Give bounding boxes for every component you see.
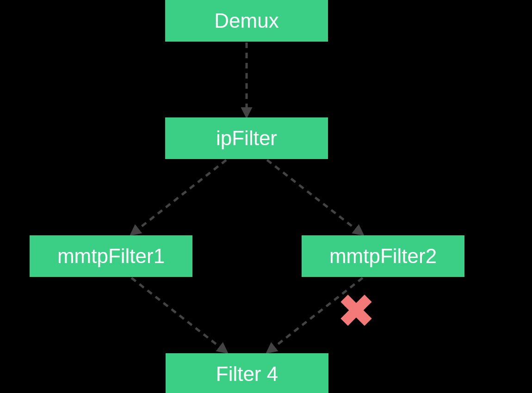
- node-ipfilter: ipFilter: [165, 117, 328, 159]
- node-label: mmtpFilter2: [329, 245, 437, 268]
- node-label: ipFilter: [216, 127, 277, 150]
- node-label: Filter 4: [216, 362, 278, 386]
- node-label: Demux: [214, 9, 278, 32]
- diagram-container: Demux ipFilter mmtpFilter1 mmtpFilter2 F…: [0, 0, 532, 393]
- node-mmtpfilter2: mmtpFilter2: [302, 235, 464, 277]
- edge-layer: [0, 0, 532, 393]
- edge-ipFilter-to-mmtpFilter1: [131, 160, 226, 234]
- node-mmtpfilter1: mmtpFilter1: [30, 235, 192, 277]
- node-demux: Demux: [165, 0, 328, 42]
- edge-mmtpFilter1-to-filter4: [131, 278, 227, 352]
- node-label: mmtpFilter1: [57, 245, 165, 268]
- edge-ipFilter-to-mmtpFilter2: [267, 160, 363, 234]
- node-filter4: Filter 4: [166, 353, 328, 393]
- cross-icon: [336, 290, 376, 330]
